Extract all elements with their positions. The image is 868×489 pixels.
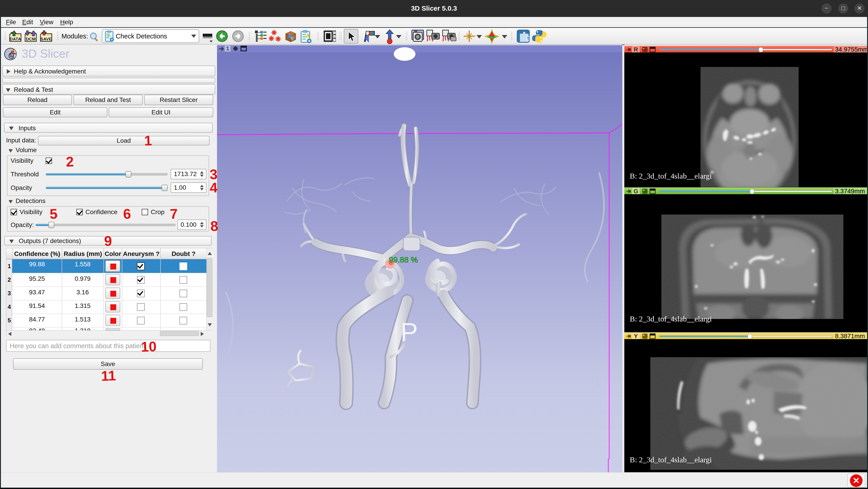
svg-text:99.88 %: 99.88 %	[389, 255, 418, 264]
svg-text:DATA: DATA	[10, 37, 21, 41]
svg-text:B: 2_3d_tof_4slab__elargi: B: 2_3d_tof_4slab__elargi	[630, 315, 712, 323]
svg-text:1: 1	[226, 46, 229, 52]
svg-text:❋: ❋	[275, 35, 281, 43]
svg-text:Check Detections: Check Detections	[116, 33, 167, 40]
svg-text:P: P	[401, 318, 418, 346]
svg-text:❋: ❋	[269, 35, 274, 42]
svg-text:SAVE: SAVE	[40, 37, 52, 41]
svg-text:B: 2_3d_tof_4slab__elargi: B: 2_3d_tof_4slab__elargi	[630, 456, 712, 464]
svg-text:Modules:: Modules:	[61, 33, 88, 40]
svg-text:DCM: DCM	[26, 37, 35, 41]
svg-text:E: E	[526, 34, 530, 42]
svg-text:B: 2_3d_tof_4slab__elargi: B: 2_3d_tof_4slab__elargi	[630, 172, 712, 180]
